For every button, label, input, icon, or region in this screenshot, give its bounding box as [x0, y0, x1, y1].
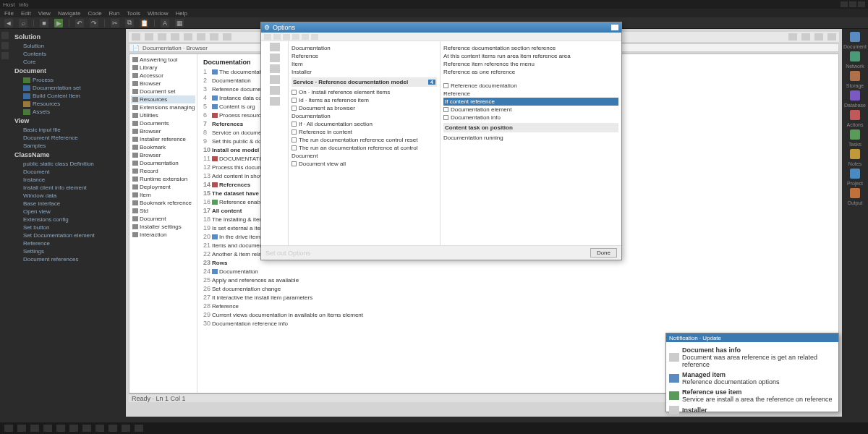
rail-icon[interactable]: [850, 169, 860, 179]
tree-item[interactable]: Installer settings: [131, 223, 195, 231]
tb-icon[interactable]: [302, 34, 309, 40]
copy-icon[interactable]: ⧉: [125, 19, 134, 27]
checkbox[interactable]: [292, 137, 297, 142]
tree-item[interactable]: Document set: [131, 88, 195, 95]
tb-icon[interactable]: [311, 34, 318, 40]
explorer-item[interactable]: Solution: [14, 42, 122, 50]
rail-icon[interactable]: [850, 110, 860, 120]
detail-row[interactable]: Reference documentation section referenc…: [443, 44, 618, 52]
tree-item[interactable]: Browser: [131, 127, 195, 135]
tree-item[interactable]: Runtime extension: [131, 175, 195, 183]
rail-icon[interactable]: [850, 71, 860, 81]
option-row[interactable]: Documentation: [292, 112, 437, 120]
task-icon[interactable]: [17, 425, 26, 432]
checkbox[interactable]: [292, 98, 297, 103]
explorer-item[interactable]: Build Content Item: [14, 92, 122, 100]
detail-row[interactable]: If content reference: [443, 98, 618, 106]
tree-item[interactable]: Bookmark reference: [131, 199, 195, 207]
detail-row[interactable]: At this content items run area item refe…: [443, 52, 618, 60]
option-row[interactable]: The run documentation reference control …: [292, 136, 437, 144]
tree-item[interactable]: Deployment: [131, 183, 195, 191]
tool-icon[interactable]: [801, 33, 810, 41]
task-icon[interactable]: [109, 425, 117, 432]
tool-icon[interactable]: [184, 33, 192, 41]
explorer-item[interactable]: Extensions config: [14, 216, 122, 224]
menu-help[interactable]: Help: [175, 10, 187, 17]
minimize-icon[interactable]: [841, 1, 848, 7]
tree-item[interactable]: Documentation: [131, 159, 195, 167]
explorer-item[interactable]: Documentation set: [14, 84, 122, 92]
notification-row[interactable]: Reference use itemService are install a …: [669, 387, 835, 404]
option-row[interactable]: Document as browser: [292, 104, 437, 112]
checkbox[interactable]: [292, 161, 297, 166]
tb-icon[interactable]: [292, 34, 299, 40]
tool-icon[interactable]: [158, 33, 166, 41]
format-icon[interactable]: A: [161, 19, 169, 27]
rail-icon[interactable]: [850, 149, 860, 159]
explorer-item[interactable]: Contents: [14, 50, 122, 58]
scm-icon[interactable]: [1, 52, 9, 59]
option-row[interactable]: If · All documentation section: [292, 120, 437, 128]
explorer-item[interactable]: Core: [14, 58, 122, 66]
run-icon[interactable]: ▶: [54, 19, 63, 27]
tool-icon[interactable]: [827, 33, 836, 41]
detail-row[interactable]: Documentation info: [443, 114, 618, 122]
tb-icon[interactable]: [283, 34, 290, 40]
category-icon[interactable]: [270, 75, 280, 84]
explorer-item[interactable]: Document references: [14, 255, 122, 263]
task-icon[interactable]: [135, 425, 143, 432]
option-row[interactable]: Reference: [292, 52, 437, 60]
menu-run[interactable]: Run: [109, 10, 120, 17]
category-icon[interactable]: [270, 97, 280, 106]
dialog-close-icon[interactable]: [611, 25, 618, 30]
checkbox[interactable]: [292, 122, 297, 127]
menu-navigate[interactable]: Navigate: [58, 10, 81, 17]
explorer-heading[interactable]: ClassName: [14, 150, 122, 160]
option-row[interactable]: Reference in content: [292, 128, 437, 136]
detail-row[interactable]: Reference: [443, 90, 618, 98]
explorer-item[interactable]: Install client info element: [14, 184, 122, 192]
tree-item[interactable]: Std: [131, 207, 195, 215]
tool-icon[interactable]: [197, 33, 205, 41]
tree-item[interactable]: Accessor: [131, 72, 195, 80]
option-row[interactable]: Item: [292, 60, 437, 68]
back-icon[interactable]: ◄: [4, 19, 13, 27]
tree-item[interactable]: Documents: [131, 119, 195, 127]
grid-icon[interactable]: ▦: [175, 19, 184, 27]
maximize-icon[interactable]: [849, 1, 856, 7]
checkbox[interactable]: [292, 106, 297, 111]
option-row[interactable]: Documentation: [292, 44, 437, 52]
tree-item[interactable]: Installer reference: [131, 135, 195, 143]
tree-item[interactable]: Browser: [131, 80, 195, 88]
rail-icon[interactable]: [850, 51, 860, 61]
menu-window[interactable]: Window: [148, 10, 168, 17]
task-icon[interactable]: [43, 425, 52, 432]
checkbox[interactable]: [292, 145, 297, 150]
menu-tools[interactable]: Tools: [127, 10, 140, 17]
category-icon[interactable]: [270, 86, 280, 95]
tree-item[interactable]: Utilities: [131, 111, 195, 119]
tree-item[interactable]: Extensions managing: [131, 103, 195, 111]
search-rail-icon[interactable]: [1, 42, 9, 49]
option-row[interactable]: Installer: [292, 68, 437, 76]
tool-icon[interactable]: [145, 33, 153, 41]
tree-item[interactable]: Answering tool: [131, 56, 195, 64]
explorer-item[interactable]: Reference: [14, 239, 122, 247]
task-icon[interactable]: [56, 425, 65, 432]
explorer-item[interactable]: Settings: [14, 247, 122, 255]
explorer-item[interactable]: Set Documentation element: [14, 231, 122, 239]
explorer-item[interactable]: Resources: [14, 100, 122, 108]
task-icon[interactable]: [122, 425, 130, 432]
tree-item[interactable]: Browser: [131, 151, 195, 159]
explorer-item[interactable]: Document: [14, 168, 122, 176]
category-icon[interactable]: [270, 43, 280, 51]
menu-edit[interactable]: Edit: [21, 10, 31, 17]
rail-icon[interactable]: [850, 32, 860, 42]
option-row[interactable]: The run an documentation reference at co…: [292, 144, 437, 152]
explorer-item[interactable]: Window data: [14, 192, 122, 200]
detail-row[interactable]: Reference item reference the menu: [443, 60, 618, 68]
explorer-item[interactable]: Document Reference: [14, 134, 122, 142]
category-icon[interactable]: [270, 64, 280, 73]
option-row[interactable]: Service · Reference documentation model4: [292, 77, 437, 87]
tree-item[interactable]: Bookmark: [131, 143, 195, 151]
